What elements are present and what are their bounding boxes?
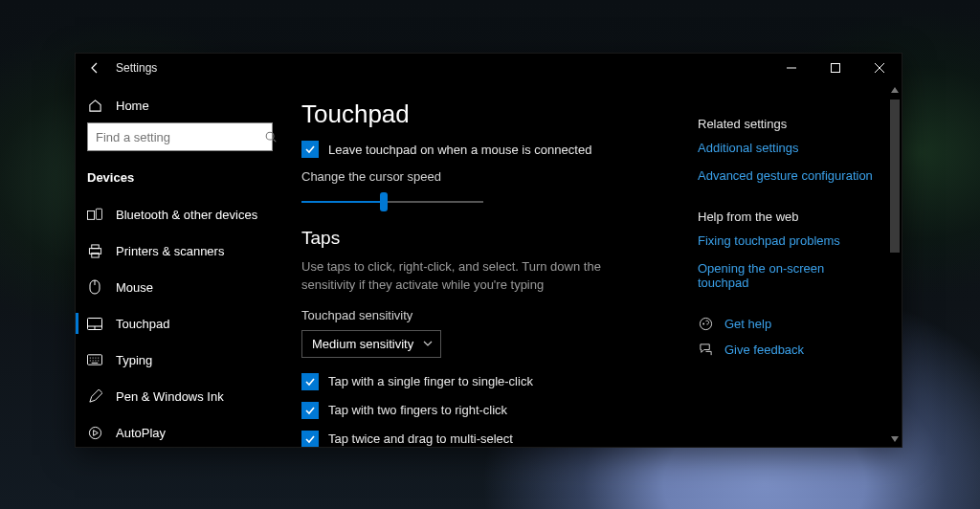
link-additional-settings[interactable]: Additional settings	[698, 141, 875, 155]
scrollbar[interactable]	[888, 82, 902, 447]
nav-label: Mouse	[116, 280, 153, 295]
help-icon	[698, 317, 713, 331]
chevron-down-icon	[423, 341, 433, 346]
main-panel: Touchpad Leave touchpad on when a mouse …	[284, 82, 902, 447]
scroll-up-icon[interactable]	[888, 82, 902, 98]
sidebar-item-touchpad[interactable]: Touchpad	[76, 305, 284, 342]
checkbox-tap-single[interactable]: Tap with a single finger to single-click	[301, 373, 675, 390]
feedback-label: Give feedback	[724, 343, 804, 357]
sidebar-home-label: Home	[116, 99, 149, 113]
sidebar-item-pen[interactable]: Pen & Windows Ink	[76, 378, 284, 414]
right-column: Related settings Additional settings Adv…	[692, 82, 888, 447]
checkbox-icon	[301, 431, 319, 447]
svg-point-10	[89, 427, 100, 438]
nav-label: Typing	[116, 353, 152, 367]
sidebar-item-printers[interactable]: Printers & scanners	[76, 232, 284, 269]
settings-window: Settings Home	[75, 53, 902, 448]
maximize-button[interactable]	[813, 54, 858, 82]
svg-rect-0	[832, 64, 840, 73]
checkbox-tap-two[interactable]: Tap with two fingers to right-click	[301, 402, 675, 419]
window-title: Settings	[114, 61, 157, 75]
checkbox-tap-drag[interactable]: Tap twice and drag to multi-select	[301, 431, 675, 447]
devices-icon	[87, 207, 102, 222]
checkbox-label: Leave touchpad on when a mouse is connec…	[328, 143, 591, 157]
home-icon	[87, 98, 102, 113]
link-onscreen-touchpad[interactable]: Opening the on-screen touchpad	[698, 261, 875, 290]
mouse-icon	[87, 279, 102, 295]
sidebar-item-bluetooth[interactable]: Bluetooth & other devices	[76, 196, 284, 232]
svg-point-12	[702, 323, 704, 325]
feedback-row[interactable]: Give feedback	[698, 343, 875, 357]
taps-heading: Taps	[301, 228, 675, 249]
dropdown-value: Medium sensitivity	[312, 337, 413, 351]
sidebar: Home Devices Bluetooth & other devices	[76, 82, 284, 447]
sensitivity-label: Touchpad sensitivity	[301, 308, 675, 322]
sidebar-item-mouse[interactable]: Mouse	[76, 269, 284, 305]
scroll-down-icon[interactable]	[888, 432, 902, 447]
nav-label: AutoPlay	[116, 426, 166, 440]
search-input[interactable]	[88, 130, 264, 144]
checkbox-leave-on[interactable]: Leave touchpad on when a mouse is connec…	[301, 141, 675, 158]
checkbox-label: Tap with a single finger to single-click	[328, 374, 533, 388]
checkbox-icon	[301, 141, 319, 158]
touchpad-icon	[87, 316, 102, 331]
cursor-speed-label: Change the cursor speed	[301, 169, 675, 184]
cursor-speed-slider[interactable]	[301, 191, 483, 212]
svg-rect-4	[91, 244, 99, 248]
taps-description: Use taps to click, right-click, and sele…	[301, 258, 608, 295]
checkbox-label: Tap with two fingers to right-click	[328, 403, 507, 417]
feedback-icon	[698, 343, 713, 357]
nav-label: Touchpad	[116, 317, 169, 331]
link-fixing-touchpad[interactable]: Fixing touchpad problems	[698, 233, 875, 248]
slider-thumb[interactable]	[380, 192, 388, 211]
sidebar-item-typing[interactable]: Typing	[76, 342, 284, 378]
scroll-thumb[interactable]	[890, 100, 900, 253]
sidebar-heading: Devices	[76, 165, 284, 196]
svg-point-11	[700, 318, 711, 329]
sidebar-item-autoplay[interactable]: AutoPlay	[76, 414, 284, 447]
related-heading: Related settings	[698, 117, 875, 131]
autoplay-icon	[87, 425, 102, 440]
checkbox-icon	[301, 373, 319, 390]
minimize-button[interactable]	[769, 54, 813, 82]
search-icon	[264, 130, 278, 144]
search-input-wrap[interactable]	[87, 122, 273, 151]
sidebar-home[interactable]: Home	[76, 90, 284, 122]
keyboard-icon	[87, 352, 102, 367]
svg-point-1	[266, 132, 274, 140]
nav-label: Printers & scanners	[116, 244, 224, 258]
close-button[interactable]	[858, 54, 902, 82]
back-button[interactable]	[76, 54, 114, 82]
nav-label: Bluetooth & other devices	[116, 208, 257, 222]
nav-label: Pen & Windows Ink	[116, 389, 224, 404]
get-help-row[interactable]: Get help	[698, 317, 875, 331]
titlebar: Settings	[76, 54, 902, 82]
get-help-label: Get help	[724, 317, 771, 331]
printer-icon	[87, 243, 102, 258]
checkbox-label: Tap twice and drag to multi-select	[328, 432, 513, 446]
pen-icon	[87, 388, 102, 404]
checkbox-icon	[301, 402, 319, 419]
svg-rect-2	[87, 210, 94, 219]
help-heading: Help from the web	[698, 210, 875, 224]
link-advanced-gesture[interactable]: Advanced gesture configuration	[698, 168, 875, 183]
page-title: Touchpad	[301, 100, 675, 129]
sensitivity-dropdown[interactable]: Medium sensitivity	[301, 330, 441, 358]
svg-rect-3	[96, 209, 101, 219]
